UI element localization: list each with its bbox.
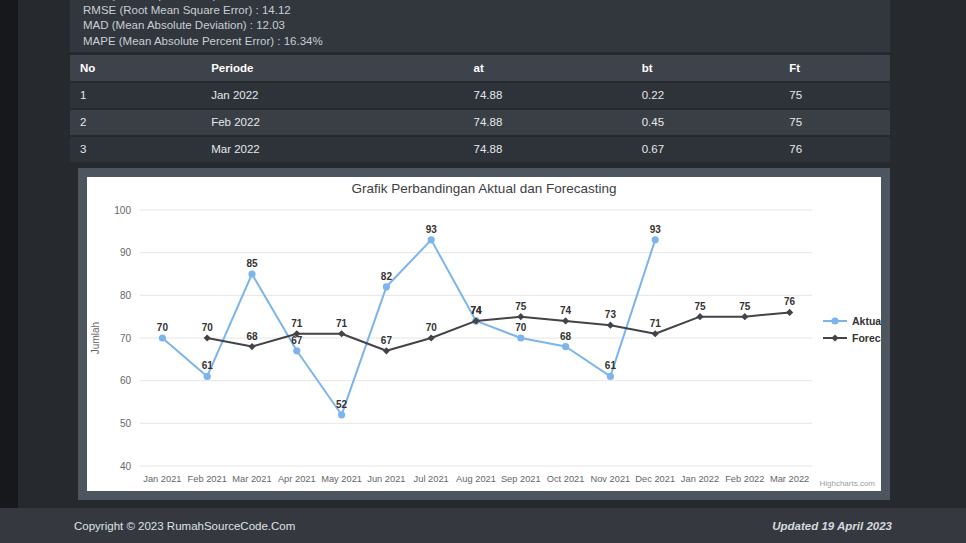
error-stats-list: MSE (Mean Square Error) : 199.37 RMSE (R… — [70, 0, 890, 49]
page-footer: Copyright © 2023 RumahSourceCode.Com Upd… — [0, 508, 966, 543]
data-label: 68 — [560, 331, 572, 342]
data-label: 61 — [605, 360, 617, 371]
stat-mad: MAD (Mean Absolute Deviation) : 12.03 — [83, 18, 890, 33]
legend-item-aktual[interactable]: Aktual — [823, 315, 881, 327]
data-label: 68 — [246, 331, 258, 342]
cell-periode: Mar 2022 — [201, 137, 463, 162]
col-header-no: No — [70, 55, 201, 81]
data-label: 85 — [246, 258, 258, 269]
data-label: 71 — [336, 318, 348, 329]
x-axis-tick-label: Feb 2022 — [725, 474, 764, 484]
data-label: 76 — [784, 296, 796, 307]
data-point[interactable] — [831, 317, 838, 324]
data-label: 75 — [515, 301, 527, 312]
cell-at: 74.88 — [464, 110, 632, 135]
data-point[interactable] — [696, 313, 703, 320]
data-point[interactable] — [248, 270, 255, 277]
legend-label: Forecast — [852, 332, 881, 344]
forecast-comparison-chart: 405060708090100Jan 2021Feb 2021Mar 2021A… — [87, 177, 881, 491]
data-label: 73 — [605, 309, 617, 320]
cell-bt: 0.67 — [632, 137, 780, 162]
x-axis-tick-label: Sep 2021 — [501, 474, 541, 484]
data-label: 75 — [694, 301, 706, 312]
data-label: 75 — [739, 301, 751, 312]
x-axis-tick-label: Oct 2021 — [547, 474, 585, 484]
legend-label: Aktual — [852, 315, 881, 327]
table-header-row: No Periode at bt Ft — [70, 55, 890, 81]
x-axis-tick-label: Jan 2021 — [143, 474, 181, 484]
y-axis-tick-label: 80 — [120, 290, 132, 301]
data-label: 74 — [560, 305, 572, 316]
data-point[interactable] — [562, 317, 569, 324]
cell-bt: 0.45 — [632, 110, 780, 135]
cell-periode: Jan 2022 — [201, 83, 463, 108]
data-label: 52 — [336, 399, 348, 410]
stat-rmse: RMSE (Root Mean Square Error) : 14.12 — [83, 3, 890, 18]
cell-no: 3 — [70, 137, 201, 162]
legend-item-forecast[interactable]: Forecast — [823, 332, 881, 344]
cell-at: 74.88 — [464, 83, 632, 108]
data-point[interactable] — [159, 334, 166, 341]
y-axis-tick-label: 40 — [120, 461, 132, 472]
chart-panel: 405060708090100Jan 2021Feb 2021Mar 2021A… — [78, 168, 890, 500]
data-point[interactable] — [338, 330, 345, 337]
data-label: 70 — [515, 322, 527, 333]
data-point[interactable] — [338, 411, 345, 418]
updated-date-text: Updated 19 April 2023 — [772, 520, 892, 532]
data-point[interactable] — [428, 334, 435, 341]
data-point[interactable] — [248, 343, 255, 350]
cell-bt: 0.22 — [632, 83, 780, 108]
cell-no: 1 — [70, 83, 201, 108]
table-row: 2 Feb 2022 74.88 0.45 75 — [70, 110, 890, 135]
y-axis-tick-label: 50 — [120, 418, 132, 429]
data-point[interactable] — [517, 313, 524, 320]
cell-periode: Feb 2022 — [201, 110, 463, 135]
data-point[interactable] — [428, 236, 435, 243]
data-label: 70 — [426, 322, 438, 333]
x-axis-tick-label: Jul 2021 — [414, 474, 449, 484]
data-point[interactable] — [204, 373, 211, 380]
x-axis-tick-label: Jun 2021 — [367, 474, 405, 484]
y-axis-title: Jumlah — [90, 322, 101, 354]
data-point[interactable] — [562, 343, 569, 350]
data-label: 93 — [426, 224, 438, 235]
copyright-text: Copyright © 2023 RumahSourceCode.Com — [74, 520, 295, 532]
data-point[interactable] — [383, 347, 390, 354]
data-point[interactable] — [293, 347, 300, 354]
data-label: 82 — [381, 271, 393, 282]
col-header-at: at — [464, 55, 632, 81]
highcharts-credit[interactable]: Highcharts.com — [819, 479, 875, 488]
data-point[interactable] — [652, 236, 659, 243]
cell-ft: 75 — [779, 83, 890, 108]
stat-mape: MAPE (Mean Absolute Percent Error) : 16.… — [83, 34, 890, 49]
data-point[interactable] — [741, 313, 748, 320]
series-line — [162, 240, 655, 415]
data-point[interactable] — [383, 283, 390, 290]
data-point[interactable] — [517, 334, 524, 341]
error-stats-panel: MSE (Mean Square Error) : 199.37 RMSE (R… — [70, 0, 890, 52]
data-label: 71 — [291, 318, 303, 329]
cell-ft: 75 — [779, 110, 890, 135]
data-point[interactable] — [786, 309, 793, 316]
x-axis-tick-label: Mar 2022 — [770, 474, 809, 484]
left-edge-strip — [0, 0, 18, 508]
forecast-table: No Periode at bt Ft 1 Jan 2022 74.88 0.2… — [70, 55, 890, 162]
data-label: 71 — [650, 318, 662, 329]
x-axis-tick-label: May 2021 — [321, 474, 362, 484]
data-point[interactable] — [607, 373, 614, 380]
data-point[interactable] — [831, 334, 838, 341]
data-label: 70 — [157, 322, 169, 333]
data-point[interactable] — [607, 322, 614, 329]
table-row: 1 Jan 2022 74.88 0.22 75 — [70, 83, 890, 108]
data-point[interactable] — [652, 330, 659, 337]
data-label: 74 — [470, 305, 482, 316]
x-axis-tick-label: Apr 2021 — [278, 474, 316, 484]
y-axis-tick-label: 70 — [120, 333, 132, 344]
data-label: 67 — [381, 335, 393, 346]
col-header-periode: Periode — [201, 55, 463, 81]
x-axis-tick-label: Nov 2021 — [590, 474, 630, 484]
chart-title: Grafik Perbandingan Aktual dan Forecasti… — [352, 181, 617, 196]
col-header-ft: Ft — [779, 55, 890, 81]
data-point[interactable] — [204, 334, 211, 341]
table-row: 3 Mar 2022 74.88 0.67 76 — [70, 137, 890, 162]
